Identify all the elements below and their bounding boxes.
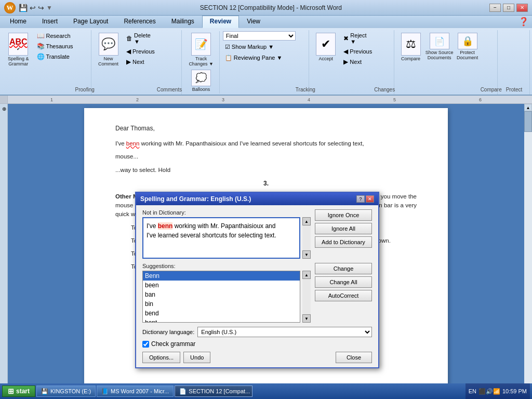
save-quick-btn[interactable]: 💾: [19, 4, 28, 12]
show-source-button[interactable]: 📄 Show SourceDocuments: [427, 31, 453, 62]
redo-quick-btn[interactable]: ↪: [38, 4, 44, 12]
tracking-state-select[interactable]: Final Final Showing Markup Original Show…: [223, 31, 296, 41]
tab-mailings[interactable]: Mailings: [164, 16, 202, 28]
comment-main-btns: 💬 NewComment: [96, 31, 124, 68]
minimize-button[interactable]: −: [489, 4, 501, 12]
dict-scroll-up[interactable]: ▲: [302, 217, 311, 225]
close-window-button[interactable]: ✕: [516, 4, 528, 12]
dialog-close-title-button[interactable]: ✕: [366, 195, 374, 203]
suggestion-item-1[interactable]: been: [143, 281, 300, 290]
thesaurus-button[interactable]: 📚 Thesaurus: [35, 42, 75, 51]
protect-document-button[interactable]: 🔒 ProtectDocument: [455, 31, 481, 62]
tray-icons: ⬛🔊📶: [478, 388, 500, 395]
compare-button[interactable]: ⚖ Compare: [398, 31, 423, 63]
ignore-once-button[interactable]: Ignore Once: [315, 209, 372, 221]
ribbon: Home Insert Page Layout References Maili…: [0, 16, 532, 96]
delete-comment-button[interactable]: 🗑 Delete ▼: [124, 31, 157, 46]
group-proofing: ABC ✔ Spelling &Grammar 📖 Research 📚 The…: [2, 30, 91, 95]
tab-references[interactable]: References: [116, 16, 163, 28]
group-tracking: 📝 TrackChanges ▼ 💭 Balloons Final Final …: [183, 30, 309, 95]
suggestions-scroll-track: [302, 279, 311, 314]
reject-button[interactable]: ✖ Reject ▼: [341, 31, 374, 46]
previous-change-button[interactable]: ◀ Previous: [341, 47, 374, 56]
comment-side-btns: 🗑 Delete ▼ ◀ Previous ▶ Next: [124, 31, 157, 66]
check-grammar-checkbox[interactable]: [142, 341, 149, 348]
tracking-side: Final Final Showing Markup Original Show…: [220, 31, 296, 62]
change-button[interactable]: Change: [315, 263, 372, 274]
previous-comment-button[interactable]: ◀ Previous: [124, 47, 157, 56]
window-title: SECTION 12 [Compatibility Mode] - Micros…: [52, 4, 489, 11]
taskbar-item-section12[interactable]: 📄 SECTION 12 [Compat...: [175, 385, 252, 397]
add-to-dictionary-button[interactable]: Add to Dictionary: [315, 236, 372, 248]
comments-label: Comments: [157, 85, 182, 94]
changes-label: Changes: [374, 85, 395, 94]
dict-lang-label: Dictionary language:: [142, 329, 194, 335]
spelling-grammar-button[interactable]: ABC ✔ Spelling &Grammar: [5, 31, 32, 68]
tab-view[interactable]: View: [239, 16, 268, 28]
change-all-button[interactable]: Change All: [315, 276, 372, 288]
not-in-dict-text[interactable]: I've benn working with Mr. Papanthaisiou…: [142, 217, 300, 259]
new-comment-button[interactable]: 💬 NewComment: [96, 31, 121, 68]
not-in-dict-label: Not in Dictionary:: [142, 209, 311, 216]
show-markup-button[interactable]: ☑ Show Markup ▼: [223, 43, 296, 51]
main-area: 123456 ⊕ Dear Thomas, I've benn working …: [0, 96, 532, 399]
next-change-button[interactable]: ▶ Next: [341, 57, 374, 66]
translate-button[interactable]: 🌐 Translate: [35, 52, 75, 61]
taskbar-item-kingston[interactable]: 💾 KINGSTON (E:): [36, 385, 96, 397]
reviewing-pane-button[interactable]: 📋 Reviewing Pane ▼: [223, 54, 296, 62]
taskbar-item-word[interactable]: 📘 MS Word 2007 - Micr...: [97, 385, 174, 397]
office-logo: W: [4, 2, 16, 14]
next-comment-button[interactable]: ▶ Next: [124, 57, 157, 66]
close-button[interactable]: Close: [336, 352, 372, 363]
suggestions-list[interactable]: Benn been ban bin bend bent: [142, 271, 300, 323]
window-controls: − □ ✕: [489, 4, 528, 12]
spelling-dialog: Spelling and Grammar: English (U.S.) ? ✕…: [135, 192, 379, 368]
compare-side-btns: 📄 Show SourceDocuments: [427, 31, 453, 62]
suggestion-item-3[interactable]: bin: [143, 299, 300, 309]
dialog-overlay: Spelling and Grammar: English (U.S.) ? ✕…: [0, 96, 532, 399]
track-changes-button[interactable]: 📝 TrackChanges ▼: [186, 31, 216, 68]
tab-home[interactable]: Home: [2, 16, 34, 28]
research-button[interactable]: 📖 Research: [35, 31, 75, 41]
track-main-btns: 📝 TrackChanges ▼ 💭 Balloons: [186, 31, 219, 94]
autocorrect-button[interactable]: AutoCorrect: [315, 290, 372, 301]
textarea-container: I've benn working with Mr. Papanthaisiou…: [142, 217, 300, 259]
quick-access: 💾 ↩ ↪ ▼: [19, 4, 52, 12]
dialog-title: Spelling and Grammar: English (U.S.): [140, 195, 251, 203]
dict-right-buttons: Ignore Once Ignore All Add to Dictionary: [315, 209, 372, 263]
suggestions-label: Suggestions:: [142, 263, 311, 269]
dialog-title-controls: ? ✕: [356, 195, 374, 203]
dict-lang-select[interactable]: English (U.S.) English (UK): [197, 327, 372, 337]
suggestion-item-5[interactable]: bent: [143, 318, 300, 323]
tab-insert[interactable]: Insert: [34, 16, 65, 28]
ignore-all-button[interactable]: Ignore All: [315, 223, 372, 234]
balloons-button[interactable]: 💭 Balloons: [189, 68, 214, 94]
check-grammar-row: Check grammar: [142, 340, 372, 348]
options-button[interactable]: Options...: [142, 352, 180, 363]
suggestion-item-2[interactable]: ban: [143, 290, 300, 299]
dialog-help-button[interactable]: ?: [356, 195, 365, 203]
start-button[interactable]: ⊞ start: [2, 385, 35, 397]
tab-page-layout[interactable]: Page Layout: [65, 16, 116, 28]
tab-review[interactable]: Review: [202, 16, 239, 28]
dict-scroll-down[interactable]: ▼: [302, 250, 311, 259]
suggestions-wrapper: Benn been ban bin bend bent ▲ ▼: [142, 271, 311, 323]
undo-quick-btn[interactable]: ↩: [30, 4, 36, 12]
office-help-btn[interactable]: ❓: [515, 16, 532, 28]
dict-text-scrollbar[interactable]: ▲ ▼: [302, 217, 311, 259]
maximize-button[interactable]: □: [503, 4, 514, 12]
taskbar: ⊞ start 💾 KINGSTON (E:) 📘 MS Word 2007 -…: [0, 383, 532, 399]
not-in-dict-left: Not in Dictionary: I've benn working wit…: [142, 209, 311, 263]
suggestions-scroll-down[interactable]: ▼: [302, 314, 311, 323]
accept-btn-group: ✔ Accept: [313, 31, 341, 63]
suggestion-item-0[interactable]: Benn: [143, 271, 300, 281]
accept-button[interactable]: ✔ Accept: [313, 31, 338, 63]
not-in-dict-section: Not in Dictionary: I've benn working wit…: [142, 209, 372, 263]
suggestions-scroll-up[interactable]: ▲: [302, 271, 311, 279]
bottom-buttons: Options... Undo Close: [142, 352, 372, 363]
proofing-label: Proofing: [75, 85, 95, 94]
suggestions-scrollbar[interactable]: ▲ ▼: [302, 271, 311, 323]
suggestion-item-4[interactable]: bend: [143, 309, 300, 318]
suggestions-section: Suggestions: Benn been ban bin bend bent: [142, 263, 372, 327]
undo-button[interactable]: Undo: [183, 352, 210, 363]
